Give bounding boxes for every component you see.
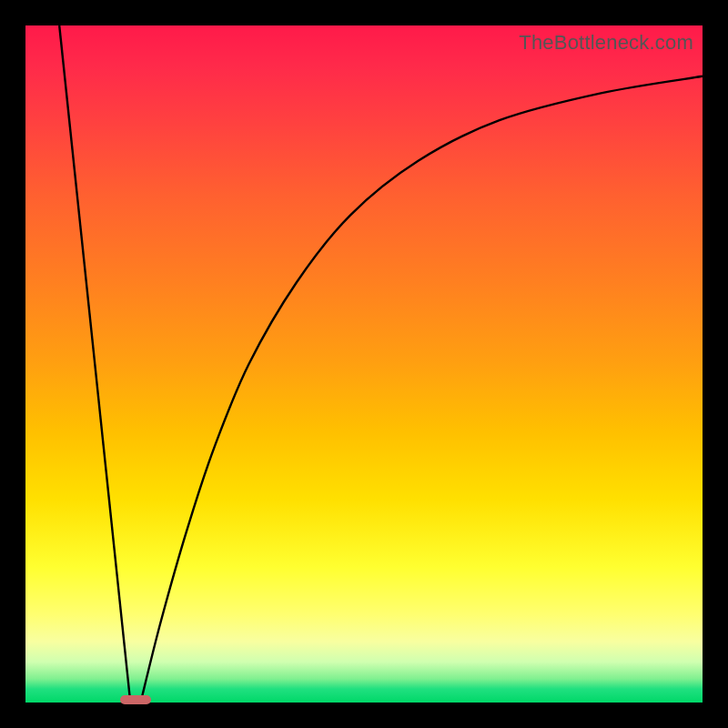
right-branch-line [141,76,703,703]
chart-frame: TheBottleneck.com [0,0,728,728]
minimum-marker [120,695,150,704]
curve-layer [25,25,703,703]
left-branch-line [59,25,130,703]
plot-area: TheBottleneck.com [25,25,703,703]
